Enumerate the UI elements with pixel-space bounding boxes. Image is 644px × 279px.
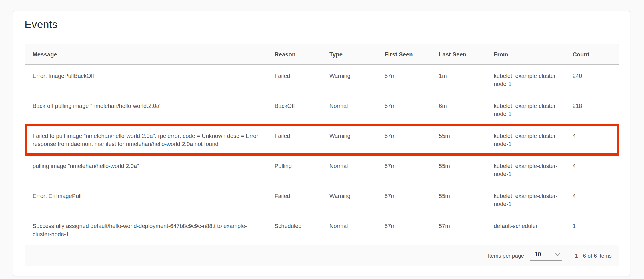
cell-type: Warning bbox=[322, 125, 377, 155]
cell-first-seen: 57m bbox=[377, 185, 431, 215]
table-row: Error: ImagePullBackOff Failed Warning 5… bbox=[25, 65, 619, 95]
cell-first-seen: 57m bbox=[377, 155, 431, 185]
cell-from: kubelet, example-cluster-node-1 bbox=[486, 155, 565, 185]
column-header-type: Type bbox=[322, 44, 377, 64]
table-row: Error: ErrImagePull Failed Warning 57m 5… bbox=[25, 185, 619, 215]
chevron-down-icon bbox=[555, 253, 560, 256]
column-header-last-seen: Last Seen bbox=[431, 44, 486, 64]
cell-last-seen: 6m bbox=[431, 95, 486, 125]
cell-count: 218 bbox=[565, 95, 619, 125]
cell-from: kubelet, example-cluster-node-1 bbox=[486, 95, 565, 125]
cell-reason: Failed bbox=[267, 125, 322, 155]
cell-first-seen: 57m bbox=[377, 95, 431, 125]
cell-first-seen: 57m bbox=[377, 125, 431, 155]
cell-from: default-scheduler bbox=[486, 215, 565, 245]
page-title: Events bbox=[25, 19, 619, 31]
cell-last-seen: 55m bbox=[431, 125, 486, 155]
cell-message: Failed to pull image "nmelehan/hello-wor… bbox=[25, 125, 267, 155]
column-header-first-seen: First Seen bbox=[377, 44, 431, 64]
cell-type: Warning bbox=[322, 185, 377, 215]
cell-count: 240 bbox=[565, 65, 619, 95]
table-row: pulling image "nmelehan/hello-world:2.0a… bbox=[25, 155, 619, 185]
cell-reason: Scheduled bbox=[267, 215, 322, 245]
column-header-reason: Reason bbox=[267, 44, 322, 64]
cell-first-seen: 57m bbox=[377, 215, 431, 245]
table-row: Back-off pulling image "nmelehan/hello-w… bbox=[25, 95, 619, 125]
column-header-message: Message bbox=[25, 44, 267, 64]
cell-type: Normal bbox=[322, 215, 377, 245]
events-datagrid: Message Reason Type First Seen Last Seen… bbox=[25, 44, 619, 266]
events-card: Events Message Reason Type First Seen La… bbox=[13, 11, 630, 276]
items-per-page-select[interactable]: 10 bbox=[530, 251, 562, 261]
column-header-count: Count bbox=[565, 44, 619, 64]
cell-message: Successfully assigned default/hello-worl… bbox=[25, 215, 267, 245]
cell-reason: Failed bbox=[267, 185, 322, 215]
cell-from: kubelet, example-cluster-node-1 bbox=[486, 185, 565, 215]
cell-first-seen: 57m bbox=[377, 65, 431, 95]
cell-message: pulling image "nmelehan/hello-world:2.0a… bbox=[25, 155, 267, 185]
cell-from: kubelet, example-cluster-node-1 bbox=[486, 65, 565, 95]
cell-type: Normal bbox=[322, 155, 377, 185]
column-header-from: From bbox=[486, 44, 565, 64]
pagination-range-label: 1 - 6 of 6 items bbox=[575, 253, 612, 259]
table-row-highlighted: Failed to pull image "nmelehan/hello-wor… bbox=[25, 125, 619, 155]
cell-message: Back-off pulling image "nmelehan/hello-w… bbox=[25, 95, 267, 125]
items-per-page-label: Items per page bbox=[488, 253, 524, 259]
cell-type: Warning bbox=[322, 65, 377, 95]
cell-message: Error: ImagePullBackOff bbox=[25, 65, 267, 95]
table-row: Successfully assigned default/hello-worl… bbox=[25, 215, 619, 245]
cell-reason: Pulling bbox=[267, 155, 322, 185]
cell-reason: BackOff bbox=[267, 95, 322, 125]
datagrid-footer: Items per page 10 1 - 6 of 6 items bbox=[25, 245, 619, 266]
cell-from: kubelet, example-cluster-node-1 bbox=[486, 125, 565, 155]
cell-last-seen: 55m bbox=[431, 155, 486, 185]
cell-count: 4 bbox=[565, 125, 619, 155]
events-card-body: Events Message Reason Type First Seen La… bbox=[13, 11, 630, 266]
cell-message: Error: ErrImagePull bbox=[25, 185, 267, 215]
cell-count: 4 bbox=[565, 155, 619, 185]
cell-last-seen: 1m bbox=[431, 65, 486, 95]
cell-last-seen: 55m bbox=[431, 185, 486, 215]
cell-reason: Failed bbox=[267, 65, 322, 95]
items-per-page-value: 10 bbox=[535, 251, 541, 258]
cell-last-seen: 57m bbox=[431, 215, 486, 245]
cell-count: 4 bbox=[565, 185, 619, 215]
cell-type: Normal bbox=[322, 95, 377, 125]
datagrid-header-row: Message Reason Type First Seen Last Seen… bbox=[25, 44, 619, 65]
cell-count: 1 bbox=[565, 215, 619, 245]
